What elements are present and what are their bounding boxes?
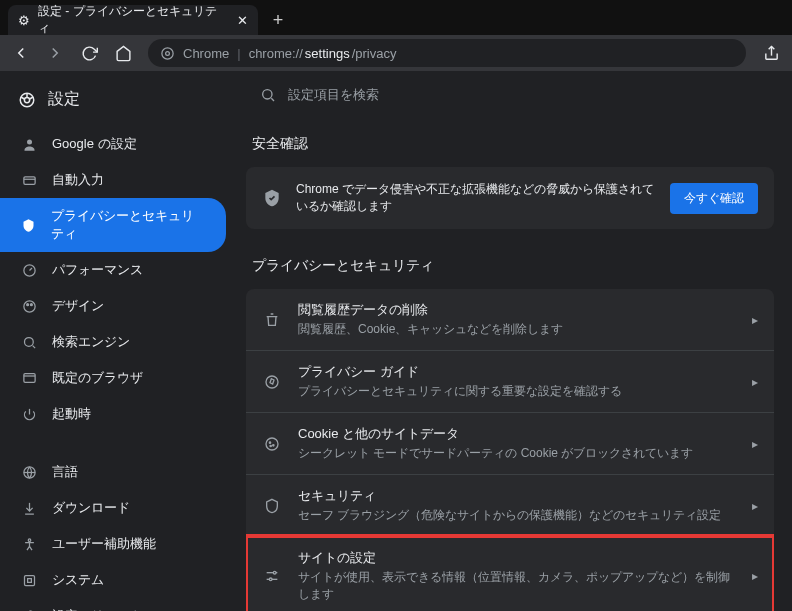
svg-point-1 xyxy=(166,51,170,55)
sidebar-item-label: 起動時 xyxy=(52,405,91,423)
navbar: Chrome | chrome://settings/privacy xyxy=(0,35,792,71)
speed-icon xyxy=(20,263,38,278)
svg-point-17 xyxy=(263,90,272,99)
settings-header: 設定 xyxy=(0,79,240,120)
url-bar[interactable]: Chrome | chrome://settings/privacy xyxy=(148,39,746,67)
chevron-right-icon: ▸ xyxy=(752,437,758,451)
svg-point-8 xyxy=(26,303,28,305)
sidebar-item-label: パフォーマンス xyxy=(52,261,143,279)
sidebar-item-privacy[interactable]: プライバシーとセキュリティ xyxy=(0,198,226,252)
sidebar-item-startup[interactable]: 起動時 xyxy=(0,396,226,432)
svg-point-13 xyxy=(28,538,31,541)
sidebar-item-label: 設定のリセット xyxy=(52,607,143,611)
sidebar-item-label: ユーザー補助機能 xyxy=(52,535,156,553)
row-title: プライバシー ガイド xyxy=(298,363,736,381)
privacy-heading: プライバシーとセキュリティ xyxy=(252,257,774,275)
svg-point-18 xyxy=(266,376,278,388)
search-placeholder: 設定項目を検索 xyxy=(288,86,379,104)
svg-rect-14 xyxy=(24,575,34,585)
download-icon xyxy=(20,501,38,516)
row-security[interactable]: セキュリティ セーフ ブラウジング（危険なサイトからの保護機能）などのセキュリテ… xyxy=(246,474,774,536)
svg-point-23 xyxy=(273,571,276,574)
svg-point-3 xyxy=(24,97,29,102)
row-title: 閲覧履歴データの削除 xyxy=(298,301,736,319)
url-text: Chrome | chrome://settings/privacy xyxy=(183,46,396,61)
chevron-right-icon: ▸ xyxy=(752,569,758,583)
row-desc: シークレット モードでサードパーティの Cookie がブロックされています xyxy=(298,445,736,462)
sidebar-item-downloads[interactable]: ダウンロード xyxy=(0,490,226,526)
shield-check-icon xyxy=(262,188,282,208)
row-cookies[interactable]: Cookie と他のサイトデータ シークレット モードでサードパーティの Coo… xyxy=(246,412,774,474)
sidebar-item-accessibility[interactable]: ユーザー補助機能 xyxy=(0,526,226,562)
cookie-icon xyxy=(262,436,282,452)
reload-button[interactable] xyxy=(74,38,104,68)
chevron-right-icon: ▸ xyxy=(752,499,758,513)
row-site-settings[interactable]: サイトの設定 サイトが使用、表示できる情報（位置情報、カメラ、ポップアップなど）… xyxy=(246,536,774,611)
tab-title: 設定 - プライバシーとセキュリティ xyxy=(38,3,225,37)
sidebar-item-label: 自動入力 xyxy=(52,171,104,189)
power-icon xyxy=(20,407,38,422)
chrome-icon xyxy=(160,46,175,61)
new-tab-button[interactable]: + xyxy=(264,6,292,34)
trash-icon xyxy=(262,312,282,328)
sidebar: 設定 Google の設定 自動入力 プライバシーとセキュリティ xyxy=(0,71,240,611)
sidebar-item-reset[interactable]: 設定のリセット xyxy=(0,598,226,611)
row-title: サイトの設定 xyxy=(298,549,736,567)
safety-heading: 安全確認 xyxy=(252,135,774,153)
row-desc: セーフ ブラウジング（危険なサイトからの保護機能）などのセキュリティ設定 xyxy=(298,507,736,524)
home-button[interactable] xyxy=(108,38,138,68)
row-title: Cookie と他のサイトデータ xyxy=(298,425,736,443)
svg-point-19 xyxy=(266,438,278,450)
svg-point-0 xyxy=(162,47,173,58)
browser-tab[interactable]: ⚙ 設定 - プライバシーとセキュリティ ✕ xyxy=(8,5,258,35)
row-title: セキュリティ xyxy=(298,487,736,505)
chevron-right-icon: ▸ xyxy=(752,375,758,389)
sidebar-item-google[interactable]: Google の設定 xyxy=(0,126,226,162)
chrome-icon xyxy=(18,91,36,109)
sidebar-item-performance[interactable]: パフォーマンス xyxy=(0,252,226,288)
svg-rect-5 xyxy=(23,176,34,184)
back-button[interactable] xyxy=(6,38,36,68)
svg-point-21 xyxy=(273,444,274,445)
sidebar-item-languages[interactable]: 言語 xyxy=(0,454,226,490)
safety-card: Chrome でデータ侵害や不正な拡張機能などの脅威から保護されているか確認しま… xyxy=(246,167,774,229)
search-icon xyxy=(260,87,276,103)
sidebar-item-label: デザイン xyxy=(52,297,104,315)
search-bar[interactable]: 設定項目を検索 xyxy=(246,77,774,113)
row-clear-data[interactable]: 閲覧履歴データの削除 閲覧履歴、Cookie、キャッシュなどを削除します ▸ xyxy=(246,289,774,350)
sidebar-item-label: 既定のブラウザ xyxy=(52,369,143,387)
sidebar-item-label: プライバシーとセキュリティ xyxy=(51,207,206,243)
sidebar-item-label: ダウンロード xyxy=(52,499,130,517)
sidebar-item-search-engine[interactable]: 検索エンジン xyxy=(0,324,226,360)
svg-point-10 xyxy=(24,337,33,346)
sidebar-item-system[interactable]: システム xyxy=(0,562,226,598)
sidebar-item-appearance[interactable]: デザイン xyxy=(0,288,226,324)
check-now-button[interactable]: 今すぐ確認 xyxy=(670,183,758,214)
svg-point-24 xyxy=(269,578,272,581)
tune-icon xyxy=(262,568,282,584)
share-button[interactable] xyxy=(756,38,786,68)
system-icon xyxy=(20,573,38,588)
sidebar-item-label: 検索エンジン xyxy=(52,333,130,351)
titlebar: ⚙ 設定 - プライバシーとセキュリティ ✕ + xyxy=(0,0,792,35)
close-icon[interactable]: ✕ xyxy=(237,13,248,28)
svg-rect-11 xyxy=(23,373,34,382)
svg-point-4 xyxy=(27,139,32,144)
shield-icon xyxy=(20,218,37,233)
svg-point-20 xyxy=(269,442,270,443)
row-desc: 閲覧履歴、Cookie、キャッシュなどを削除します xyxy=(298,321,736,338)
sidebar-item-autofill[interactable]: 自動入力 xyxy=(0,162,226,198)
palette-icon xyxy=(20,299,38,314)
accessibility-icon xyxy=(20,537,38,552)
globe-icon xyxy=(20,465,38,480)
main-content: 設定項目を検索 安全確認 Chrome でデータ侵害や不正な拡張機能などの脅威か… xyxy=(240,71,792,611)
svg-point-7 xyxy=(23,300,34,311)
sidebar-item-label: システム xyxy=(52,571,104,589)
shield-icon xyxy=(262,498,282,514)
sidebar-item-default-browser[interactable]: 既定のブラウザ xyxy=(0,360,226,396)
forward-button[interactable] xyxy=(40,38,70,68)
row-privacy-guide[interactable]: プライバシー ガイド プライバシーとセキュリティに関する重要な設定を確認する ▸ xyxy=(246,350,774,412)
sidebar-item-label: Google の設定 xyxy=(52,135,137,153)
svg-point-22 xyxy=(270,445,271,446)
row-desc: プライバシーとセキュリティに関する重要な設定を確認する xyxy=(298,383,736,400)
